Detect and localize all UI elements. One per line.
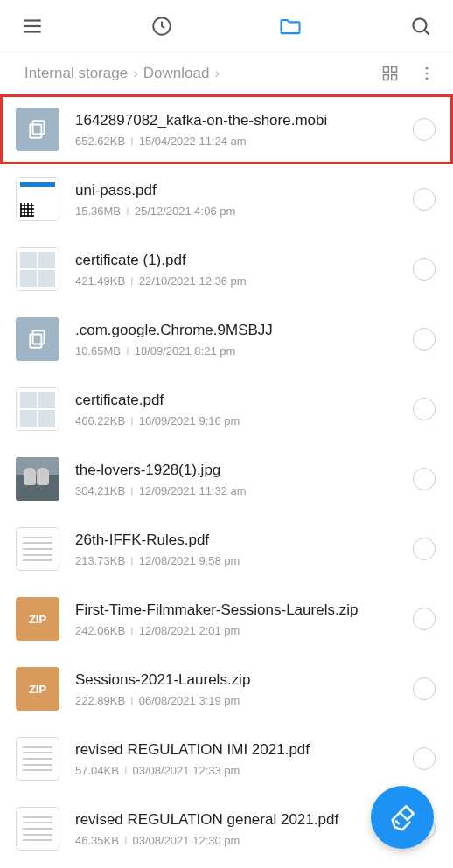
select-radio[interactable] xyxy=(413,538,436,560)
file-date: 03/08/2021 12:30 pm xyxy=(133,834,240,847)
file-thumbnail xyxy=(16,387,59,431)
file-size: 222.89KB xyxy=(75,694,125,707)
svg-point-4 xyxy=(413,18,426,31)
chevron-right-icon: › xyxy=(214,65,220,82)
svg-rect-16 xyxy=(30,335,41,348)
select-radio[interactable] xyxy=(413,188,436,211)
file-item[interactable]: ZIPSessions-2021-Laurels.zip222.89KBI06/… xyxy=(0,654,453,724)
grid-view-icon[interactable] xyxy=(381,65,399,82)
file-thumbnail xyxy=(16,108,59,151)
file-meta: 222.89KBI06/08/2021 3:19 pm xyxy=(75,694,413,707)
file-item[interactable]: certificate (1).pdf421.49KBI22/10/2021 1… xyxy=(0,234,453,304)
meta-separator: I xyxy=(130,484,134,497)
file-date: 06/08/2021 3:19 pm xyxy=(139,694,240,707)
meta-separator: I xyxy=(130,554,134,567)
breadcrumb-folder[interactable]: Download xyxy=(143,65,210,82)
meta-separator: I xyxy=(126,205,129,218)
file-size: 466.22KB xyxy=(75,414,125,427)
file-date: 25/12/2021 4:06 pm xyxy=(135,205,236,218)
select-radio[interactable] xyxy=(413,747,436,770)
file-name: First-Time-Filmmaker-Sessions-Laurels.zi… xyxy=(75,601,413,619)
clean-fab[interactable] xyxy=(371,786,434,849)
svg-rect-9 xyxy=(392,75,397,80)
svg-rect-14 xyxy=(30,125,41,138)
file-item[interactable]: uni-pass.pdf15.36MBI25/12/2021 4:06 pm xyxy=(0,164,453,234)
select-radio[interactable] xyxy=(413,677,436,700)
file-date: 22/10/2021 12:36 pm xyxy=(139,274,247,288)
file-info: First-Time-Filmmaker-Sessions-Laurels.zi… xyxy=(75,601,413,637)
file-info: certificate (1).pdf421.49KBI22/10/2021 1… xyxy=(75,252,413,288)
file-size: 10.65MB xyxy=(75,344,121,358)
file-item[interactable]: certificate.pdf466.22KBI16/09/2021 9:16 … xyxy=(0,374,453,444)
recent-icon[interactable] xyxy=(150,14,173,38)
file-date: 18/09/2021 8:21 pm xyxy=(135,344,236,358)
file-item[interactable]: 1642897082_kafka-on-the-shore.mobi652.62… xyxy=(0,94,453,164)
file-meta: 15.36MBI25/12/2021 4:06 pm xyxy=(75,205,413,218)
file-item[interactable]: ZIPFirst-Time-Filmmaker-Sessions-Laurels… xyxy=(0,584,453,654)
select-radio[interactable] xyxy=(413,398,436,420)
file-list: 1642897082_kafka-on-the-shore.mobi652.62… xyxy=(0,94,453,864)
file-thumbnail xyxy=(16,807,59,851)
file-date: 03/08/2021 12:33 pm xyxy=(133,764,240,777)
file-name: .com.google.Chrome.9MSBJJ xyxy=(75,322,413,339)
svg-line-5 xyxy=(425,30,429,34)
meta-separator: I xyxy=(130,624,134,637)
svg-point-11 xyxy=(426,73,429,75)
svg-rect-8 xyxy=(384,75,389,80)
file-meta: 652.62KBI15/04/2022 11:24 am xyxy=(75,135,413,148)
breadcrumb[interactable]: Internal storage › Download › xyxy=(24,65,220,82)
breadcrumb-root[interactable]: Internal storage xyxy=(24,65,128,82)
meta-separator: I xyxy=(124,834,128,847)
breadcrumb-row: Internal storage › Download › xyxy=(0,52,453,94)
top-bar xyxy=(0,0,453,52)
file-info: uni-pass.pdf15.36MBI25/12/2021 4:06 pm xyxy=(75,182,413,218)
file-size: 15.36MB xyxy=(75,205,121,218)
file-info: Sessions-2021-Laurels.zip222.89KBI06/08/… xyxy=(75,671,413,707)
svg-point-12 xyxy=(426,78,429,80)
file-info: the-lovers-1928(1).jpg304.21KBI12/09/202… xyxy=(75,462,413,497)
file-thumbnail xyxy=(16,177,59,221)
select-radio[interactable] xyxy=(413,468,436,490)
file-date: 15/04/2022 11:24 am xyxy=(139,135,247,148)
file-thumbnail xyxy=(16,527,59,571)
svg-rect-6 xyxy=(384,67,389,73)
file-name: revised REGULATION IMI 2021.pdf xyxy=(75,741,413,759)
file-name: the-lovers-1928(1).jpg xyxy=(75,462,413,479)
file-size: 46.35KB xyxy=(75,834,119,847)
file-item[interactable]: 26th-IFFK-Rules.pdf213.73KBI12/08/2021 9… xyxy=(0,514,453,584)
file-meta: 242.06KBI12/08/2021 2:01 pm xyxy=(75,624,413,637)
file-date: 12/09/2021 11:32 am xyxy=(139,484,247,497)
select-radio[interactable] xyxy=(413,118,436,141)
file-item[interactable]: .com.google.Chrome.9MSBJJ10.65MBI18/09/2… xyxy=(0,304,453,374)
more-icon[interactable] xyxy=(418,65,436,82)
file-item[interactable]: the-lovers-1928(1).jpg304.21KBI12/09/202… xyxy=(0,444,453,514)
meta-separator: I xyxy=(130,414,134,427)
select-radio[interactable] xyxy=(413,258,436,281)
file-meta: 10.65MBI18/09/2021 8:21 pm xyxy=(75,344,413,358)
file-info: .com.google.Chrome.9MSBJJ10.65MBI18/09/2… xyxy=(75,322,413,358)
meta-separator: I xyxy=(126,344,129,358)
folder-icon[interactable] xyxy=(278,14,303,38)
file-size: 213.73KB xyxy=(75,554,125,567)
file-size: 57.04KB xyxy=(75,764,119,777)
file-info: certificate.pdf466.22KBI16/09/2021 9:16 … xyxy=(75,392,413,427)
file-name: 1642897082_kafka-on-the-shore.mobi xyxy=(75,112,413,129)
file-date: 16/09/2021 9:16 pm xyxy=(139,414,240,427)
meta-separator: I xyxy=(130,694,134,707)
file-meta: 57.04KBI03/08/2021 12:33 pm xyxy=(75,764,413,777)
file-name: uni-pass.pdf xyxy=(75,182,413,199)
select-radio[interactable] xyxy=(413,608,436,630)
file-info: 1642897082_kafka-on-the-shore.mobi652.62… xyxy=(75,112,413,148)
file-item[interactable]: revised REGULATION IMI 2021.pdf57.04KBI0… xyxy=(0,724,453,794)
file-thumbnail xyxy=(16,457,59,501)
file-date: 12/08/2021 2:01 pm xyxy=(139,624,240,637)
meta-separator: I xyxy=(124,764,128,777)
file-meta: 466.22KBI16/09/2021 9:16 pm xyxy=(75,414,413,427)
zip-label: ZIP xyxy=(29,613,46,626)
menu-icon[interactable] xyxy=(21,15,44,38)
select-radio[interactable] xyxy=(413,328,436,351)
search-icon[interactable] xyxy=(409,15,432,38)
file-name: revised REGULATION general 2021.pdf xyxy=(75,811,413,829)
svg-rect-13 xyxy=(33,121,45,134)
file-thumbnail xyxy=(16,737,59,781)
